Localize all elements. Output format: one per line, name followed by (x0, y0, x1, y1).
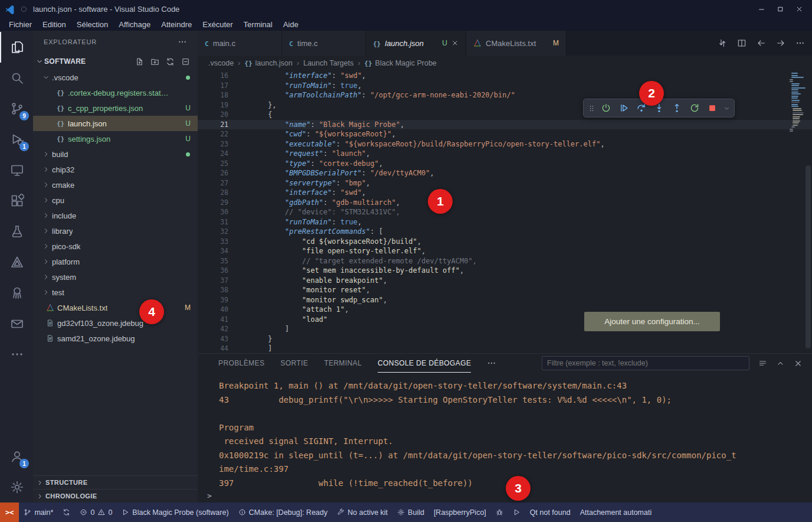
status-build[interactable]: Build (392, 503, 429, 522)
line-number[interactable]: 41 (198, 315, 228, 325)
line-number[interactable]: 43 (198, 334, 228, 344)
menu-terminal[interactable]: Terminal (238, 18, 278, 31)
tree-item-samd21-ozone-jdebug[interactable]: samd21_ozone.jdebug (33, 331, 198, 346)
new-file-icon[interactable] (135, 57, 144, 66)
tree-item-build[interactable]: build (33, 146, 198, 162)
code-line-43[interactable]: 43 } (198, 334, 812, 344)
status-run-target[interactable] (508, 503, 525, 522)
maximize-icon[interactable] (772, 2, 788, 16)
debug-pause[interactable] (598, 100, 614, 116)
line-number[interactable]: 32 (198, 227, 228, 237)
tab-cmakelists-txt[interactable]: CMakeLists.txtM (466, 31, 567, 56)
minimap[interactable] (788, 73, 804, 133)
tree-item-pico-sdk[interactable]: pico-sdk (33, 239, 198, 254)
refresh-icon[interactable] (166, 57, 175, 66)
line-number[interactable]: 33 (198, 237, 228, 247)
status-launch-config[interactable]: Black Magic Probe (software) (117, 503, 233, 522)
ellipsis-icon[interactable] (795, 38, 805, 48)
line-number[interactable]: 27 (198, 178, 228, 188)
tree-item-cpu[interactable]: cpu (33, 193, 198, 208)
tree-item-cortex-debug-registers-stat[interactable]: {}.cortex-debug.registers.stat… (33, 85, 198, 100)
add-configuration-button[interactable]: Ajouter une configuration... (584, 312, 720, 331)
scrollbar-slider[interactable] (806, 165, 811, 348)
debug-stop[interactable] (704, 100, 720, 116)
line-number[interactable]: 18 (198, 90, 228, 100)
code-line-30[interactable]: 30 // "device": "STM32L431VC", (198, 207, 812, 217)
tree-item-cmakelists-txt[interactable]: CMakeLists.txtM (33, 300, 198, 315)
breadcrumb-launch-json[interactable]: {}launch.json (244, 59, 293, 67)
debug-step-out[interactable] (669, 100, 685, 116)
line-number[interactable]: 17 (198, 81, 228, 91)
debug-restart[interactable] (686, 100, 702, 116)
status-sync[interactable] (58, 503, 75, 522)
close-icon[interactable] (794, 359, 803, 368)
menu-atteindre[interactable]: Atteindre (156, 18, 197, 31)
arrow-left-icon[interactable] (757, 38, 766, 48)
line-number[interactable]: 37 (198, 276, 228, 286)
tree-item-settings-json[interactable]: {}settings.jsonU (33, 131, 198, 146)
activity-extensions[interactable] (0, 185, 33, 216)
activity-search[interactable] (0, 63, 33, 93)
status-branch[interactable]: main* (19, 503, 58, 522)
debug-continue[interactable] (615, 100, 631, 116)
line-number[interactable]: 34 (198, 246, 228, 256)
tree-item-test[interactable]: test (33, 285, 198, 300)
line-number[interactable]: 24 (198, 149, 228, 159)
close-icon[interactable] (791, 2, 807, 16)
activity-debug-extension[interactable] (0, 278, 33, 308)
line-number[interactable]: 28 (198, 188, 228, 198)
ellipsis-icon[interactable] (178, 37, 187, 47)
tree-item-cmake[interactable]: cmake (33, 177, 198, 193)
tree-item-platform[interactable]: platform (33, 254, 198, 269)
new-folder-icon[interactable] (150, 57, 159, 66)
activity-pico-extension[interactable] (0, 247, 33, 278)
menu-affichage[interactable]: Affichage (113, 18, 156, 31)
code-line-22[interactable]: 22 "cwd": "${workspaceRoot}", (198, 129, 812, 139)
status-problems[interactable]: 00 (75, 503, 117, 522)
status-remote[interactable]: >< (0, 503, 19, 522)
line-number[interactable]: 23 (198, 139, 228, 149)
line-number[interactable]: 44 (198, 344, 228, 353)
breadcrumb-launch-targets[interactable]: Launch Targets (303, 59, 353, 67)
menu-fichier[interactable]: Fichier (4, 18, 37, 31)
activity-serial-extension[interactable] (0, 308, 33, 339)
line-number[interactable]: 40 (198, 305, 228, 315)
explorer-section-header[interactable]: SOFTWARE (33, 53, 198, 70)
code-line-39[interactable]: 39 "monitor swdp_scan", (198, 295, 812, 305)
tree-item-chip32[interactable]: chip32 (33, 162, 198, 177)
status-build-target[interactable]: [RaspberryPico] (429, 503, 491, 522)
menu-selection[interactable]: Sélection (71, 18, 113, 31)
compare-icon[interactable] (718, 38, 727, 48)
status-debug-target[interactable] (491, 503, 508, 522)
line-number[interactable]: 26 (198, 168, 228, 178)
code-line-37[interactable]: 37 "enable breakpoint", (198, 276, 812, 286)
menu-edition[interactable]: Edition (37, 18, 71, 31)
line-number[interactable]: 22 (198, 129, 228, 139)
status-qt-status[interactable]: Qt not found (525, 503, 575, 522)
code-line-29[interactable]: 29 "gdbPath": "gdb-multiarch", (198, 198, 812, 208)
tree-item-include[interactable]: include (33, 208, 198, 223)
editor-scrollbar[interactable] (804, 71, 812, 353)
activity-run-debug[interactable]: 1 (0, 124, 33, 155)
code-line-38[interactable]: 38 "monitor reset", (198, 285, 812, 295)
line-number[interactable]: 39 (198, 295, 228, 305)
status-auto-attach[interactable]: Attachement automati (575, 503, 657, 522)
activity-more-views[interactable] (0, 339, 33, 370)
tree-item-gd32vf103-ozone-jdebug[interactable]: gd32vf103_ozone.jdebug (33, 315, 198, 331)
code-line-32[interactable]: 32 "preRestartCommands": [ (198, 227, 812, 237)
line-number[interactable]: 16 (198, 71, 228, 81)
list-icon[interactable] (758, 359, 767, 368)
code-line-31[interactable]: 31 "runToMain": true, (198, 217, 812, 227)
section-chronologie[interactable]: CHRONOLOGIE (33, 489, 198, 503)
split-icon[interactable] (737, 38, 746, 48)
line-number[interactable]: 35 (198, 256, 228, 266)
close-icon[interactable] (451, 40, 459, 47)
line-number[interactable]: 21 (198, 120, 228, 130)
line-number[interactable]: 38 (198, 285, 228, 295)
menu-executer[interactable]: Exécuter (197, 18, 238, 31)
panel-tab-terminal[interactable]: TERMINAL (324, 354, 362, 373)
chevron-up-icon[interactable] (776, 359, 785, 368)
code-line-33[interactable]: 33 "cd ${workspaceRoot}/build", (198, 237, 812, 247)
menu-aide[interactable]: Aide (278, 18, 304, 31)
breadcrumb-vscode[interactable]: .vscode (208, 59, 234, 67)
